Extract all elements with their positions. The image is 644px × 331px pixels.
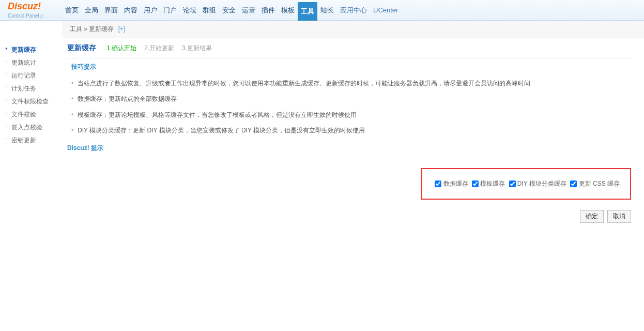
steps: 1.确认开始2.开始更新3.更新结果 [106, 44, 212, 53]
step: 3.更新结果 [182, 44, 212, 53]
breadcrumb-plus[interactable]: [+] [118, 25, 126, 33]
topnav-item[interactable]: 应用中心 [337, 0, 370, 21]
topnav-item[interactable]: 工具 [298, 2, 317, 21]
sidebar-item: 运行记录 [0, 69, 62, 82]
topnav-item[interactable]: 插件 [258, 0, 278, 21]
sidebar-item: 文件权限检查 [0, 95, 62, 108]
sidebar-link[interactable]: 运行记录 [11, 72, 36, 79]
cancel-button[interactable]: 取消 [607, 210, 631, 223]
breadcrumb-page[interactable]: 更新缓存 [89, 25, 114, 33]
sidebar-item: 文件校验 [0, 108, 62, 121]
sidebar-item: 嵌入点校验 [0, 121, 62, 134]
sidebar-link[interactable]: 文件校验 [11, 111, 36, 118]
topnav: 首页全局界面内容用户门户论坛群组安全运营插件模板工具站长应用中心UCenter [62, 0, 401, 21]
checkbox-label[interactable]: 模板缓存 [472, 180, 507, 187]
step: 1.确认开始 [106, 44, 136, 53]
topnav-item[interactable]: 站长 [317, 0, 337, 21]
sidebar-list: 更新缓存更新统计运行记录计划任务文件权限检查文件校验嵌入点校验密钥更新 [0, 43, 62, 147]
topnav-item[interactable]: 全局 [82, 0, 101, 21]
ok-button[interactable]: 确定 [580, 210, 604, 223]
page-title: 更新缓存 [67, 43, 96, 53]
sidebar-link[interactable]: 计划任务 [11, 85, 36, 92]
sidebar-link[interactable]: 文件权限检查 [11, 98, 49, 105]
container: 更新缓存更新统计运行记录计划任务文件权限检查文件校验嵌入点校验密钥更新 更新缓存… [0, 38, 644, 228]
topnav-item[interactable]: 用户 [141, 0, 160, 21]
sidebar-item: 计划任务 [0, 82, 62, 95]
checkbox[interactable] [472, 180, 479, 187]
topnav-item[interactable]: 门户 [160, 0, 180, 21]
tip-item: 当站点进行了数据恢复、升级或者工作出现异常的时候，您可以使用本功能重新生成缓存。… [71, 76, 631, 91]
topnav-item[interactable]: 群组 [200, 0, 219, 21]
checkbox-group: 数据缓存 模板缓存 DIY 模块分类缓存 更新 CSS 缓存 [421, 168, 631, 200]
sidebar: 更新缓存更新统计运行记录计划任务文件权限检查文件校验嵌入点校验密钥更新 [0, 38, 62, 228]
tips-box: 技巧提示 当站点进行了数据恢复、升级或者工作出现异常的时候，您可以使用本功能重新… [67, 58, 631, 139]
tip-item: DIY 模块分类缓存：更新 DIY 模块分类，当您安装或修改了 DIY 模块分类… [71, 123, 631, 138]
checkbox-label[interactable]: DIY 模块分类缓存 [509, 180, 569, 187]
topnav-item[interactable]: 安全 [219, 0, 239, 21]
topnav-item[interactable]: 首页 [62, 0, 82, 21]
sidebar-link[interactable]: 嵌入点校验 [11, 124, 42, 131]
sidebar-item: 密钥更新 [0, 134, 62, 147]
topnav-item[interactable]: 模板 [278, 0, 298, 21]
checkbox[interactable] [570, 180, 577, 187]
header: Discuz! Control Panel⌂ 首页全局界面内容用户门户论坛群组安… [0, 0, 644, 21]
breadcrumb: 工具 » 更新缓存 [+] [62, 21, 644, 38]
page-header: 更新缓存 1.确认开始2.开始更新3.更新结果 [67, 43, 631, 53]
breadcrumb-sep: » [84, 25, 87, 33]
tips-title: 技巧提示 [67, 63, 631, 71]
topnav-item[interactable]: 论坛 [180, 0, 200, 21]
tips-list: 当站点进行了数据恢复、升级或者工作出现异常的时候，您可以使用本功能重新生成缓存。… [67, 76, 631, 139]
sidebar-link[interactable]: 更新统计 [11, 59, 36, 66]
button-row: 确定 取消 [67, 210, 631, 223]
tip-item: 数据缓存：更新站点的全部数据缓存 [71, 91, 631, 107]
step: 2.开始更新 [144, 44, 174, 53]
main: 更新缓存 1.确认开始2.开始更新3.更新结果 技巧提示 当站点进行了数据恢复、… [62, 38, 644, 228]
topnav-item[interactable]: 内容 [121, 0, 141, 21]
logo-text: Discuz! [8, 1, 62, 12]
topnav-item[interactable]: UCenter [370, 0, 401, 21]
checkbox-label[interactable]: 更新 CSS 缓存 [570, 180, 620, 187]
logo[interactable]: Discuz! Control Panel⌂ [0, 1, 62, 19]
sidebar-link[interactable]: 更新缓存 [11, 46, 36, 53]
checkbox-label[interactable]: 数据缓存 [435, 180, 470, 187]
prompt-title: Discuz! 提示 [67, 144, 631, 153]
sidebar-item: 更新统计 [0, 56, 62, 69]
checkbox[interactable] [509, 180, 516, 187]
home-icon: ⌂ [40, 12, 44, 19]
tip-item: 模板缓存：更新论坛模板、风格等缓存文件，当您修改了模板或者风格，但是没有立即生效… [71, 107, 631, 123]
sidebar-link[interactable]: 密钥更新 [11, 137, 36, 144]
topnav-item[interactable]: 运营 [239, 0, 258, 21]
logo-subtitle: Control Panel [8, 13, 39, 19]
breadcrumb-section[interactable]: 工具 [70, 25, 82, 33]
checkbox[interactable] [435, 180, 441, 187]
topnav-item[interactable]: 界面 [101, 0, 121, 21]
sidebar-item: 更新缓存 [0, 43, 62, 56]
